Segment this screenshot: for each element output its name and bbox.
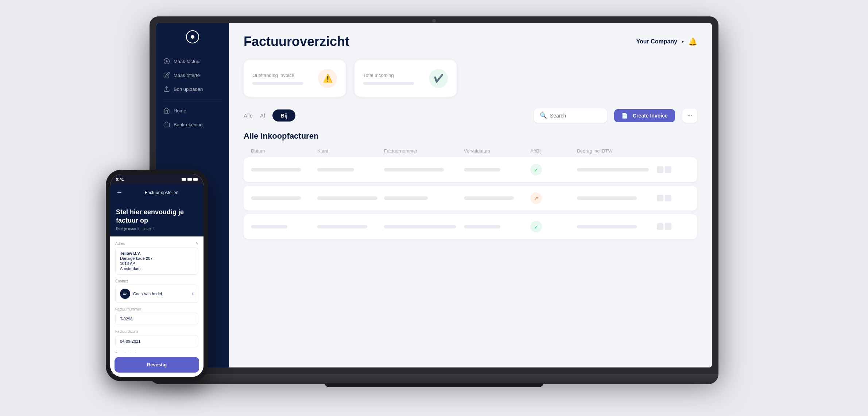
invoice-date-box[interactable]: 04-09-2021 [115, 335, 198, 347]
factuurnummer-skeleton-1 [384, 168, 444, 172]
sidebar-item-home[interactable]: Home [156, 104, 229, 118]
filter-tab-alle[interactable]: Alle [244, 111, 253, 120]
action-dot [657, 195, 663, 201]
action-dots-3[interactable] [657, 223, 690, 230]
invoice-date-value: 04-09-2021 [120, 339, 140, 343]
sidebar-label-bank: Bankrekening [174, 122, 203, 127]
action-dot [657, 166, 663, 173]
filter-bar: Alle Af Bij 🔍 📄Create Invoice ··· [244, 108, 697, 123]
sidebar-logo [186, 30, 199, 43]
page-title: Factuuroverzicht [244, 34, 349, 49]
company-selector[interactable]: Your Company ▾ 🔔 [636, 37, 697, 46]
datum-skeleton-3 [251, 225, 287, 228]
col-af-bij: Af/Bij [530, 148, 577, 154]
phone-footer: Bevestig [110, 353, 204, 377]
contact-avatar: CA [120, 289, 130, 299]
stat-label-outstanding: Outstanding Invoice [252, 73, 303, 78]
status-icon-3: ↙ [530, 221, 542, 232]
stat-left-outstanding: Outstanding Invoice [252, 73, 303, 85]
address-edit-icon[interactable]: ✎ [195, 242, 198, 246]
stat-left-incoming: Total Incoming [363, 73, 414, 85]
contact-name: Coen Van Andel [133, 292, 162, 296]
address-company: Tellow B.V. [120, 251, 141, 255]
contact-arrow: › [192, 290, 194, 297]
col-klant: Klant [317, 148, 384, 154]
upload-icon [163, 86, 170, 92]
table-row[interactable]: ↙ [244, 157, 697, 182]
col-bedrag: Bedrag incl.BTW [577, 148, 657, 154]
phone-body: Adres ✎ Tellow B.V. Danzigerkade 207 101… [110, 236, 204, 353]
stat-card-outstanding: Outstanding Invoice ⚠️ [244, 60, 346, 97]
search-input[interactable] [550, 113, 601, 119]
document-icon: 📄 [621, 113, 628, 119]
bank-icon [163, 121, 170, 128]
sidebar-label-maak-offerte: Maak offerte [174, 73, 200, 78]
laptop-device: Maak factuur Maak offerte Bon uploaden [150, 16, 718, 374]
invoice-number-label: Factuurnummer [115, 307, 198, 311]
logo-dot [191, 35, 194, 39]
action-dot [665, 195, 671, 201]
filter-tab-af[interactable]: Af [260, 111, 265, 120]
more-options-button[interactable]: ··· [682, 109, 697, 123]
col-vervaldatum: Vervaldatum [464, 148, 530, 154]
table-title: Alle inkoopfacturen [244, 131, 697, 141]
edit-icon [163, 72, 170, 78]
filter-tab-bij[interactable]: Bij [272, 109, 295, 122]
svg-rect-4 [164, 123, 170, 127]
address-street: Danzigerkade 207 [120, 256, 152, 261]
address-box: Tellow B.V. Danzigerkade 207 1013 AP Ams… [115, 247, 198, 275]
contact-group: Contact CA Coen Van Andel › [115, 279, 198, 303]
vervaldatum-skeleton-1 [464, 168, 500, 172]
status-icon-2: ↗ [530, 192, 542, 204]
sidebar-item-maak-offerte[interactable]: Maak offerte [156, 68, 229, 82]
stat-icon-outstanding: ⚠️ [318, 69, 337, 88]
phone-hero-subtitle: Kost je maar 5 minuten! [116, 227, 198, 231]
invoice-number-group: Factuurnummer T-0298 [115, 307, 198, 325]
phone-hero-title: Stel hier eenvoudig je factuur op [116, 208, 198, 225]
bell-icon[interactable]: 🔔 [688, 37, 697, 46]
sidebar-divider [163, 100, 222, 100]
address-city: Amsterdam [120, 266, 140, 271]
table-header: Datum Klant Factuurnummer Vervaldatum Af… [244, 148, 697, 157]
factuurnummer-skeleton-2 [384, 196, 428, 200]
back-icon[interactable]: ← [116, 189, 123, 196]
invoice-number-box[interactable]: T-0298 [115, 313, 198, 325]
signal-bar [182, 178, 186, 181]
table-row[interactable]: ↙ [244, 214, 697, 239]
contact-box[interactable]: CA Coen Van Andel › [115, 285, 198, 303]
table-section: Alle inkoopfacturen Datum Klant Factuurn… [244, 131, 697, 239]
home-icon [163, 107, 170, 114]
search-icon: 🔍 [540, 112, 547, 119]
sidebar-item-maak-factuur[interactable]: Maak factuur [156, 54, 229, 68]
invoice-date-label: Factuurdatum [115, 330, 198, 334]
phone-status-bar: 9:41 [110, 174, 204, 184]
bedrag-skeleton-1 [577, 168, 649, 172]
bedrag-skeleton-3 [577, 225, 637, 228]
sidebar-label-home: Home [174, 108, 186, 113]
sidebar-item-bon-uploaden[interactable]: Bon uploaden [156, 82, 229, 96]
bedrag-skeleton-2 [577, 196, 637, 200]
table-row[interactable]: ↗ [244, 186, 697, 211]
action-dot [657, 223, 663, 230]
klant-skeleton-2 [317, 196, 377, 200]
laptop-screen: Maak factuur Maak offerte Bon uploaden [156, 23, 712, 367]
address-label: Adres [115, 242, 125, 246]
chevron-down-icon: ▾ [682, 39, 684, 44]
address-group: Adres ✎ Tellow B.V. Danzigerkade 207 101… [115, 242, 198, 275]
invoice-number-value: T-0298 [120, 317, 132, 321]
col-actions [657, 148, 690, 154]
action-dots-1[interactable] [657, 166, 690, 173]
klant-skeleton-3 [317, 225, 367, 228]
phone-device: 9:41 ← Factuur opstellen Stel hier eenvo… [106, 170, 208, 381]
stat-card-incoming: Total Incoming ✔️ [354, 60, 457, 97]
col-factuurnummer: Factuurnummer [384, 148, 464, 154]
sidebar-item-bank[interactable]: Bankrekening [156, 118, 229, 131]
search-box[interactable]: 🔍 [534, 108, 607, 123]
confirm-button[interactable]: Bevestig [115, 357, 199, 373]
action-dots-2[interactable] [657, 195, 690, 201]
contact-label: Contact [115, 279, 198, 283]
create-invoice-button[interactable]: 📄Create Invoice [614, 109, 675, 122]
stat-cards: Outstanding Invoice ⚠️ Total Incoming [244, 60, 697, 97]
stat-label-incoming: Total Incoming [363, 73, 414, 78]
stat-icon-incoming: ✔️ [429, 69, 448, 88]
